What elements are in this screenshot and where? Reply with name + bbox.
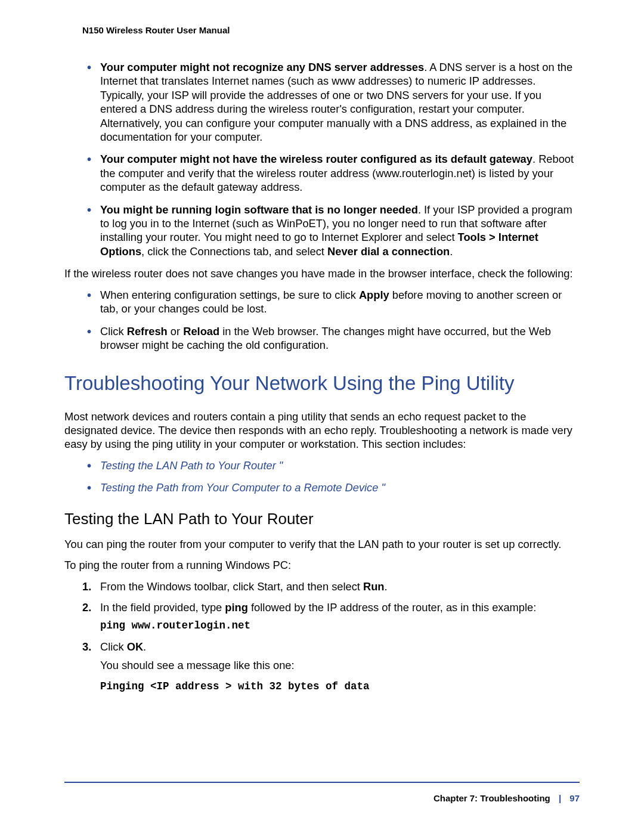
paragraph: You should see a message like this one:	[100, 658, 580, 672]
step-item: From the Windows toolbar, click Start, a…	[82, 580, 580, 593]
page-number: 97	[569, 793, 580, 803]
list-item: Your computer might not have the wireles…	[82, 152, 580, 194]
list-item: Your computer might not recognize any DN…	[82, 60, 580, 144]
list-item: Click Refresh or Reload in the Web brows…	[82, 324, 580, 352]
paragraph: If the wireless router does not save cha…	[64, 267, 580, 280]
subsection-heading: Testing the LAN Path to Your Router	[64, 509, 580, 529]
paragraph: To ping the router from a running Window…	[64, 558, 580, 572]
link-list: Testing the LAN Path to Your Router " Te…	[82, 459, 580, 495]
bullet-list-2: When entering configuration settings, be…	[82, 288, 580, 352]
list-item: When entering configuration settings, be…	[82, 288, 580, 316]
list-item: You might be running login software that…	[82, 203, 580, 259]
paragraph: Most network devices and routers contain…	[64, 410, 580, 451]
document-page: N150 Wireless Router User Manual Your co…	[0, 0, 644, 833]
list-item: Testing the Path from Your Computer to a…	[82, 481, 580, 494]
list-item: Testing the LAN Path to Your Router "	[82, 459, 580, 472]
bullet-list-1: Your computer might not recognize any DN…	[82, 60, 580, 258]
chapter-label: Chapter 7: Troubleshooting	[434, 793, 550, 803]
bold-lead: Your computer might not have the wireles…	[100, 153, 532, 165]
footer-rule	[64, 782, 580, 783]
code-line: Pinging <IP address > with 32 bytes of d…	[100, 680, 580, 693]
cross-reference-link[interactable]: Testing the LAN Path to Your Router "	[100, 459, 283, 472]
separator: |	[553, 793, 567, 803]
cross-reference-link[interactable]: Testing the Path from Your Computer to a…	[100, 481, 385, 494]
document-header: N150 Wireless Router User Manual	[82, 25, 580, 35]
section-heading: Troubleshooting Your Network Using the P…	[64, 371, 580, 396]
paragraph: You can ping the router from your comput…	[64, 537, 580, 551]
bold-lead: Your computer might not recognize any DN…	[100, 61, 424, 73]
bold-lead: You might be running login software that…	[100, 203, 418, 216]
step-list: From the Windows toolbar, click Start, a…	[82, 580, 580, 693]
step-item: Click OK. You should see a message like …	[82, 640, 580, 693]
step-item: In the field provided, type ping followe…	[82, 600, 580, 633]
footer: Chapter 7: Troubleshooting | 97	[434, 793, 580, 803]
body: Your computer might not recognize any DN…	[64, 60, 580, 693]
code-line: ping www.routerlogin.net	[100, 619, 580, 632]
